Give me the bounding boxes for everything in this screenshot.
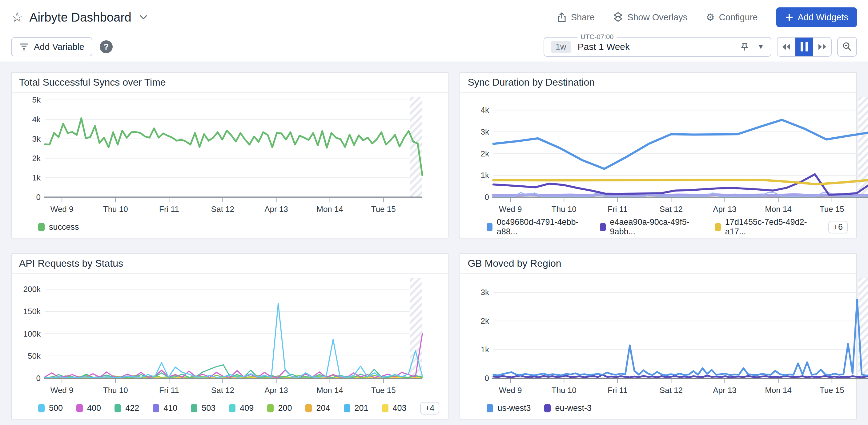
svg-text:2k: 2k [481,149,489,158]
svg-text:Thu 10: Thu 10 [103,386,128,395]
svg-text:200k: 200k [23,284,41,294]
add-variable-label: Add Variable [34,42,84,52]
chart-canvas[interactable]: 5k4k3k2k1k0Wed 9Thu 10Fri 11Sat 12Apr 13… [12,93,428,216]
legend-swatch [600,223,606,231]
legend-item-0c49680d-4791-4ebb-a88-[interactable]: 0c49680d-4791-4ebb-a88... [487,217,586,237]
legend-item-200[interactable]: 200 [267,403,292,413]
svg-text:Fri 11: Fri 11 [159,386,179,395]
legend-label: 204 [316,403,330,413]
legend-item-eu-west-3[interactable]: eu-west-3 [544,403,592,413]
legend-swatch [115,404,121,413]
configure-label: Configure [719,12,758,23]
svg-text:Thu 10: Thu 10 [103,205,128,214]
add-widgets-button[interactable]: Add Widgets [776,7,857,27]
widget-sync-duration: Sync Duration by Destination 4k3k2k1k0We… [460,72,857,238]
svg-text:1k: 1k [481,345,489,354]
svg-text:100k: 100k [23,329,41,338]
chart-canvas[interactable]: 3k2k1k0Wed 9Thu 10Fri 11Sat 12Apr 13Mon … [460,274,868,397]
share-button[interactable]: Share [557,12,595,23]
svg-text:Mon 14: Mon 14 [765,205,792,214]
top-header-bar: ☆ Airbyte Dashboard Share Show Overlays … [0,0,868,34]
svg-text:3k: 3k [481,287,489,297]
svg-text:0: 0 [485,192,489,202]
legend-gb-moved: us-west3eu-west-3 [460,397,856,419]
svg-text:Mon 14: Mon 14 [316,386,343,395]
svg-text:Apr 13: Apr 13 [713,205,737,214]
widget-title: GB Moved by Region [460,254,856,274]
legend-label: 500 [49,403,63,413]
legend-item-e4aea90a-90ca-49f5-9abb-[interactable]: e4aea90a-90ca-49f5-9abb... [600,217,702,237]
chart-total-successful-syncs[interactable]: 5k4k3k2k1k0Wed 9Thu 10Fri 11Sat 12Apr 13… [12,93,448,216]
svg-text:Mon 14: Mon 14 [765,386,792,395]
legend-item-400[interactable]: 400 [76,403,101,413]
time-backward-button[interactable] [777,37,795,56]
svg-text:0: 0 [36,192,41,202]
svg-text:2k: 2k [32,154,41,163]
time-range-chip[interactable]: 1w [551,41,571,53]
help-button[interactable]: ? [100,40,113,53]
dashboard-title: Airbyte Dashboard [29,10,131,24]
legend-label: 409 [240,403,254,413]
timezone-label: UTC-07:00 [578,33,617,41]
svg-text:Thu 10: Thu 10 [552,386,577,395]
legend-item-503[interactable]: 503 [191,403,215,413]
legend-item-204[interactable]: 204 [305,403,330,413]
svg-text:3k: 3k [481,127,489,136]
show-overlays-button[interactable]: Show Overlays [613,12,687,23]
legend-item-422[interactable]: 422 [115,403,139,413]
legend-item-409[interactable]: 409 [229,403,254,413]
filter-icon [19,42,29,52]
legend-item-410[interactable]: 410 [153,403,177,413]
time-playback-controls [777,37,832,57]
legend-label: 17d1455c-7ed5-49d2-a17... [725,217,815,237]
chart-gb-moved[interactable]: 3k2k1k0Wed 9Thu 10Fri 11Sat 12Apr 13Mon … [460,274,856,397]
chart-canvas[interactable]: 200k150k100k50k0Wed 9Thu 10Fri 11Sat 12A… [12,274,428,397]
chart-sync-duration[interactable]: 4k3k2k1k0Wed 9Thu 10Fri 11Sat 12Apr 13Mo… [460,93,856,216]
legend-more-button[interactable]: +6 [828,221,848,234]
rewind-icon [781,43,792,51]
chart-api-requests[interactable]: 200k150k100k50k0Wed 9Thu 10Fri 11Sat 12A… [12,274,448,397]
legend-item-201[interactable]: 201 [344,403,368,413]
legend-api-requests: 500400422410503409200204201403+4 [12,397,448,419]
svg-text:Apr 13: Apr 13 [265,205,288,214]
svg-text:4k: 4k [32,115,41,124]
svg-text:Wed 9: Wed 9 [499,386,522,395]
time-range-selector[interactable]: UTC-07:00 1w Past 1 Week ▼ [544,37,771,57]
legend-item-403[interactable]: 403 [382,403,407,413]
share-upload-icon [557,12,567,23]
pause-button[interactable] [795,37,813,56]
legend-label: success [49,222,79,232]
chart-canvas[interactable]: 4k3k2k1k0Wed 9Thu 10Fri 11Sat 12Apr 13Mo… [460,93,868,216]
legend-item-17d1455c-7ed5-49d2-a17-[interactable]: 17d1455c-7ed5-49d2-a17... [715,217,815,237]
legend-label: 403 [393,403,407,413]
zoom-out-button[interactable] [837,37,857,57]
legend-label: 201 [354,403,368,413]
pin-icon[interactable] [740,42,749,52]
svg-text:5k: 5k [32,95,41,104]
legend-swatch [38,404,44,413]
legend-swatch [487,223,492,231]
legend-item-500[interactable]: 500 [38,403,63,413]
share-label: Share [571,12,595,23]
gear-icon: ⚙ [706,12,715,22]
time-range-caret-icon[interactable]: ▼ [757,43,764,51]
legend-item-us-west3[interactable]: us-west3 [487,403,531,413]
title-chevron-down-icon[interactable] [140,15,148,20]
configure-button[interactable]: ⚙ Configure [706,12,757,23]
svg-text:Sat 12: Sat 12 [211,205,234,214]
svg-text:50k: 50k [28,352,41,361]
dashboard-content: Total Successful Syncs over Time 5k4k3k2… [0,62,868,425]
show-overlays-label: Show Overlays [627,12,687,23]
favorite-star-icon[interactable]: ☆ [11,10,23,24]
pause-icon [801,42,808,52]
svg-text:0: 0 [485,373,489,383]
svg-text:Sat 12: Sat 12 [211,386,234,395]
add-widgets-label: Add Widgets [798,12,848,23]
legend-more-button[interactable]: +4 [420,402,439,415]
legend-swatch [305,404,312,413]
legend-item-success[interactable]: success [38,222,79,232]
svg-text:Tue 15: Tue 15 [820,205,844,214]
time-forward-button[interactable] [813,37,831,56]
svg-text:Fri 11: Fri 11 [608,386,628,395]
add-variable-button[interactable]: Add Variable [11,37,92,56]
